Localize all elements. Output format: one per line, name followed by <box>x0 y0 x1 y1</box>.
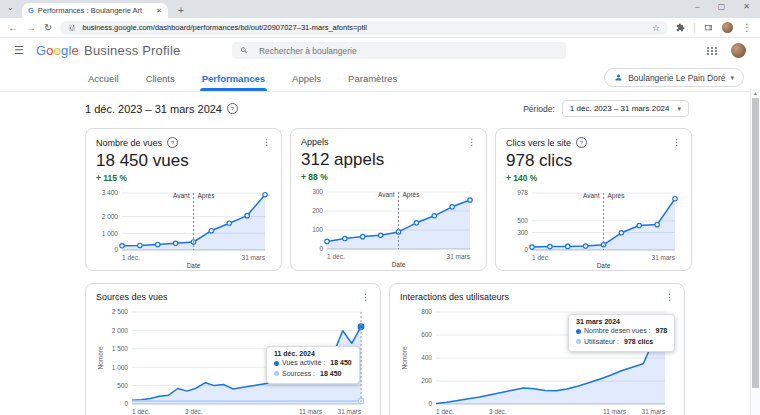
svg-text:1 000: 1 000 <box>112 364 129 371</box>
sources-tooltip: 11 déc. 2024 Vues activité : 18 450 Sour… <box>266 346 360 384</box>
account-avatar[interactable] <box>731 43 746 58</box>
maximize-icon[interactable]: ▢ <box>718 2 726 11</box>
tab-accueil[interactable]: Accueil <box>88 73 119 91</box>
logo-letter: e <box>72 43 79 58</box>
more-menu-icon[interactable]: ⋮ <box>262 138 271 147</box>
tab-parametres[interactable]: Paramètres <box>348 73 397 91</box>
svg-text:3 400: 3 400 <box>102 189 119 196</box>
svg-text:0: 0 <box>428 400 432 407</box>
svg-text:3 déc.: 3 déc. <box>185 408 203 415</box>
side-panel-icon[interactable] <box>704 23 713 32</box>
more-menu-icon[interactable]: ⋮ <box>672 138 681 147</box>
search-bar[interactable] <box>232 42 566 59</box>
google-favicon: G <box>28 6 34 15</box>
logo-letter: o <box>54 43 61 58</box>
scrollbar-up-icon[interactable]: ▲ <box>751 90 760 96</box>
svg-text:11 mars: 11 mars <box>603 408 627 415</box>
calls-card-title: Appels <box>301 137 329 147</box>
site-settings-icon[interactable] <box>68 24 76 32</box>
logo-letter: G <box>36 43 46 58</box>
svg-text:1 déc.: 1 déc. <box>436 408 454 415</box>
forward-icon[interactable]: → <box>26 23 36 33</box>
interactions-card: Interactions des utilisateurs ⋮ 02004006… <box>389 283 685 415</box>
views-card: Nombre de vues ? ⋮ 18 450 vues + 115 % 0… <box>85 128 282 271</box>
google-business-profile-logo: Google Business Profile <box>36 43 181 58</box>
more-menu-icon[interactable]: ⋮ <box>665 293 674 302</box>
tooltip-label: Nombre desen vues : <box>584 326 651 337</box>
more-menu-icon[interactable]: ⋮ <box>361 293 370 302</box>
svg-text:31 mars: 31 mars <box>642 408 666 415</box>
clicks-chart[interactable]: 03005009781 déc.31 marsDateAvantAprès <box>506 184 683 270</box>
browser-profile-avatar[interactable] <box>722 22 733 33</box>
tooltip-value: 18 450 <box>330 358 351 369</box>
tooltip-date: 11 déc. 2024 <box>274 350 352 357</box>
toolbar-right: ⋮ <box>676 22 752 33</box>
browser-menu-icon[interactable]: ⋮ <box>742 23 752 33</box>
search-icon <box>240 46 248 55</box>
metric-cards-row: Nombre de vues ? ⋮ 18 450 vues + 115 % 0… <box>85 128 692 271</box>
series-dot-icon <box>576 329 581 334</box>
clicks-delta-badge: + 140 % <box>506 173 681 183</box>
extensions-icon[interactable] <box>676 23 685 32</box>
minimize-icon[interactable]: – <box>695 2 699 11</box>
svg-text:400: 400 <box>421 354 432 361</box>
svg-text:1 000: 1 000 <box>102 230 119 237</box>
bookmark-star-icon[interactable]: ☆ <box>652 23 660 33</box>
business-account-chip[interactable]: Boulangerie Le Pain Doré ▾ <box>604 68 744 87</box>
tooltip-value: 978 clics <box>624 337 653 348</box>
tooltip-date: 31 mars 2024 <box>576 318 667 325</box>
svg-text:500: 500 <box>117 382 128 389</box>
period-dropdown-value: 1 déc. 2023 – 31 mars 2024 <box>570 104 670 113</box>
svg-text:200: 200 <box>312 207 323 214</box>
scrollbar-thumb[interactable] <box>752 98 759 388</box>
tab-close-icon[interactable]: ✕ <box>156 7 162 15</box>
reload-icon[interactable]: ↻ <box>44 23 52 33</box>
hamburger-menu-icon[interactable]: ☰ <box>14 44 24 57</box>
svg-text:300: 300 <box>312 188 323 195</box>
views-card-title: Nombre de vues <box>96 138 162 148</box>
product-name: Business Profile <box>84 43 180 58</box>
help-icon[interactable]: ? <box>227 103 238 114</box>
logo-letter: o <box>46 43 53 58</box>
help-icon[interactable]: ? <box>167 137 178 148</box>
browser-tab[interactable]: G Performances : Boulangerie Art ✕ <box>22 3 168 18</box>
close-icon[interactable]: ✕ <box>743 2 750 11</box>
views-delta-badge: + 115 % <box>96 173 271 183</box>
google-apps-grid-icon[interactable] <box>707 47 718 55</box>
svg-text:31 mars: 31 mars <box>242 254 266 261</box>
new-tab-button[interactable]: + <box>178 5 184 16</box>
calls-chart[interactable]: 01002003001 déc.31 marsDateAvantAprès <box>301 183 478 269</box>
tab-performances[interactable]: Performances <box>202 73 265 91</box>
clicks-metric-value: 978 clics <box>506 151 681 171</box>
search-input[interactable] <box>257 45 559 57</box>
period-row: 1 déc. 2023 – 31 mars 2024 ? Période: 1 … <box>85 100 689 117</box>
tab-clients[interactable]: Clients <box>146 73 175 91</box>
page-scrollbar[interactable]: ▲ <box>750 89 760 415</box>
svg-text:500: 500 <box>517 217 528 224</box>
url-text: business.google.com/dashboard/performanc… <box>82 23 646 32</box>
chevron-down-icon: ▾ <box>730 74 734 82</box>
help-icon[interactable]: ? <box>576 137 587 148</box>
sources-card-title: Sources des vues <box>96 292 168 302</box>
svg-text:200: 200 <box>421 377 432 384</box>
tab-title: Performances : Boulangerie Art <box>38 6 152 15</box>
address-bar[interactable]: business.google.com/dashboard/performanc… <box>60 21 668 35</box>
header-right <box>707 43 746 58</box>
tooltip-value: 18 450 <box>320 369 341 380</box>
tooltip-label: Utilisateur : <box>584 337 619 348</box>
business-name: Boulangerie Le Pain Doré <box>628 73 725 83</box>
svg-text:0: 0 <box>124 400 128 407</box>
tab-appels[interactable]: Appels <box>292 73 321 91</box>
detail-charts-row: Sources des vues ⋮ 05001 0001 5002 0002 … <box>85 283 685 415</box>
svg-text:1 déc.: 1 déc. <box>532 254 550 261</box>
more-menu-icon[interactable]: ⋮ <box>467 138 476 147</box>
views-chart[interactable]: 01 0002 0003 4001 déc.31 marsDateAvantAp… <box>96 184 273 270</box>
svg-text:Date: Date <box>597 262 611 269</box>
tab-search-chevron-icon[interactable]: ⌄ <box>7 3 14 12</box>
toolbar-divider <box>694 23 695 33</box>
back-icon[interactable]: ← <box>8 23 18 33</box>
svg-text:2 000: 2 000 <box>102 213 119 220</box>
svg-text:0: 0 <box>524 246 528 253</box>
svg-text:Nombre: Nombre <box>401 346 408 370</box>
period-dropdown[interactable]: 1 déc. 2023 – 31 mars 2024 ▾ <box>562 100 689 117</box>
